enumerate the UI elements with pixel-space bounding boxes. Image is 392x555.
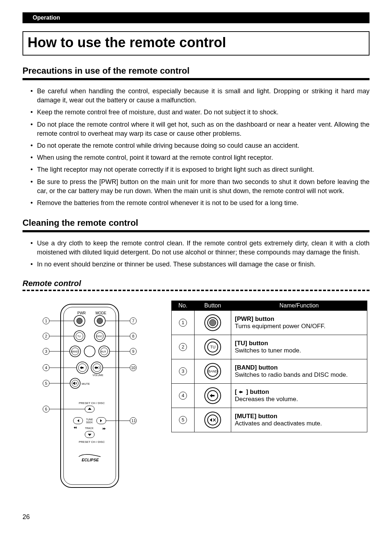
tu-button-icon: TU xyxy=(204,338,222,356)
func-name: [ ] button xyxy=(235,388,269,395)
svg-text:TU: TU xyxy=(210,345,216,349)
aux-label: AUX xyxy=(101,350,106,353)
table-row: 5 [MUTE] button Activates and deactivate… xyxy=(172,408,367,432)
svg-point-60 xyxy=(209,319,216,326)
list-item: Do not place the remote control where it… xyxy=(30,120,369,138)
dashed-rule xyxy=(23,290,369,291)
volume-down-icon xyxy=(238,389,244,395)
func-desc: Turns equipment power ON/OFF. xyxy=(235,323,326,330)
mode-label: MODE xyxy=(95,311,106,315)
svg-point-3 xyxy=(77,318,82,324)
list-item: Keep the remote control free of moisture… xyxy=(30,108,369,117)
svg-text:4: 4 xyxy=(45,366,47,370)
list-item: Use a dry cloth to keep the remote contr… xyxy=(30,239,369,257)
pwr-label: PWR xyxy=(77,311,86,315)
brand-label: ECLIPSE xyxy=(82,458,99,462)
tune-label: TUNE xyxy=(86,418,93,421)
remote-figure: PWR MODE TU DISC BAND xyxy=(23,301,157,493)
func-desc: Switches to tuner mode. xyxy=(235,347,301,354)
list-item: Be careful when handling the control, es… xyxy=(30,87,369,105)
function-table: No. Button Name/Function 1 [PWR] button xyxy=(171,301,367,432)
row-number: 4 xyxy=(179,392,187,400)
table-row: 1 [PWR] button Turns equipment power ON/… xyxy=(172,310,367,335)
mute-label: MUTE xyxy=(82,382,90,385)
precautions-heading: Precautions in use of the remote control xyxy=(23,66,369,76)
cleaning-heading: Cleaning the remote control xyxy=(23,218,369,228)
func-name: [PWR] button xyxy=(235,315,274,322)
svg-text:10: 10 xyxy=(131,366,135,370)
table-header-name: Name/Function xyxy=(231,301,367,310)
band-label: BAND xyxy=(71,350,78,353)
func-name: [MUTE] button xyxy=(235,413,277,420)
svg-text:7: 7 xyxy=(132,319,134,323)
cleaning-list: Use a dry cloth to keep the remote contr… xyxy=(23,239,369,269)
preset-bottom-label: PRESET CH / DISC xyxy=(79,440,105,444)
svg-text:6: 6 xyxy=(45,407,47,411)
track-label: TRACK xyxy=(85,427,94,429)
row-number: 3 xyxy=(179,367,187,375)
svg-text:11: 11 xyxy=(131,419,136,423)
svg-text:BAND: BAND xyxy=(208,370,218,373)
table-row: 2 TU [TU] button Switches to tuner mode. xyxy=(172,335,367,359)
svg-text:1: 1 xyxy=(45,319,47,323)
svg-text:3: 3 xyxy=(45,349,47,354)
func-name: [TU] button xyxy=(235,340,268,347)
svg-point-69 xyxy=(205,412,221,428)
svg-point-5 xyxy=(97,318,103,324)
table-header-no: No. xyxy=(172,301,195,310)
table-header-button: Button xyxy=(195,301,231,310)
list-item: Remove the batteries from the remote con… xyxy=(30,199,369,208)
svg-point-12 xyxy=(84,346,95,357)
table-row: 4 [ ] button Decreases the volume. xyxy=(172,383,367,408)
svg-text:8: 8 xyxy=(132,334,134,338)
preset-top-label: PRESET CH / DISC xyxy=(79,401,105,405)
func-desc: Activates and deactivates mute. xyxy=(235,420,322,427)
header-section-label: Operation xyxy=(33,15,60,21)
row-number: 5 xyxy=(179,416,187,424)
seek-label: SEEK xyxy=(86,421,93,424)
precautions-list: Be careful when handling the control, es… xyxy=(23,87,369,208)
list-item: The light receptor may not operate corre… xyxy=(30,165,369,174)
list-item: When using the remote control, point it … xyxy=(30,153,369,162)
pwr-button-icon xyxy=(204,314,222,332)
header-bar: Operation xyxy=(23,12,369,23)
rule xyxy=(23,78,369,80)
func-name: [BAND] button xyxy=(235,364,278,371)
band-button-icon: BAND xyxy=(204,362,222,380)
list-item: In no event should benzine or thinner be… xyxy=(30,260,369,269)
list-item: Do not operate the remote control while … xyxy=(30,141,369,150)
voldown-button-icon xyxy=(204,387,222,405)
page-number: 26 xyxy=(23,513,369,521)
volume-label: VOLUME xyxy=(93,374,103,376)
list-item: Be sure to press the [PWR] button on the… xyxy=(30,177,369,196)
rule xyxy=(23,230,369,232)
mute-button-icon xyxy=(204,411,222,429)
disc-label: DISC xyxy=(97,335,103,338)
table-row: 3 BAND [BAND] button Switches to radio b… xyxy=(172,359,367,383)
func-desc: Switches to radio bands and DISC mode. xyxy=(235,371,348,378)
tu-label: TU xyxy=(77,335,81,338)
row-number: 2 xyxy=(179,343,187,351)
page-title: How to use the remote control xyxy=(28,35,364,50)
func-desc: Decreases the volume. xyxy=(235,396,298,403)
title-box: How to use the remote control xyxy=(23,31,369,56)
svg-point-19 xyxy=(70,378,80,388)
svg-text:5: 5 xyxy=(45,381,47,385)
svg-text:2: 2 xyxy=(45,334,47,338)
svg-text:9: 9 xyxy=(132,349,134,354)
row-number: 1 xyxy=(179,319,187,327)
remote-subheading: Remote control xyxy=(23,279,369,288)
